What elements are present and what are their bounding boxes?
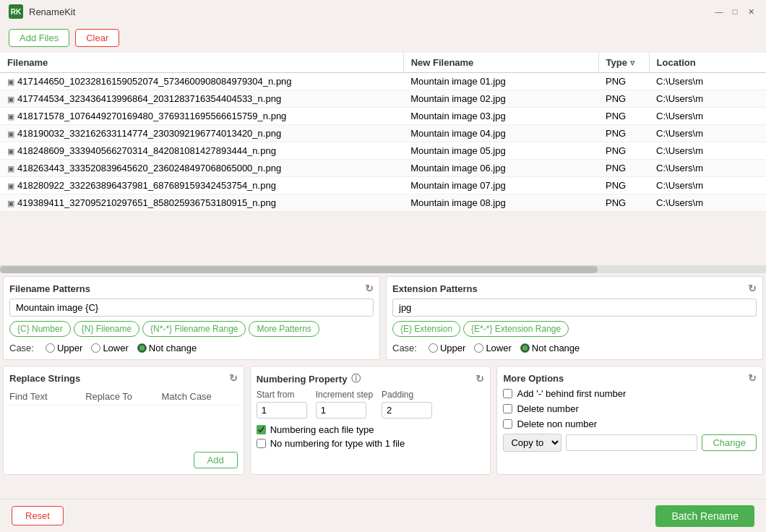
cell-newname: Mountain image 06.jpg bbox=[403, 160, 598, 177]
titlebar-left: RK RenameKit bbox=[9, 4, 75, 19]
more-options-refresh-icon[interactable]: ↻ bbox=[748, 372, 757, 384]
toolbar: Add Files Clear bbox=[0, 23, 766, 53]
extension-case-upper[interactable]: Upper bbox=[429, 343, 465, 353]
delete-number-label: Delete number bbox=[517, 403, 578, 414]
table-row: ▣418263443_333520839645620_2360248497068… bbox=[0, 160, 766, 177]
numbering-refresh-icon[interactable]: ↻ bbox=[475, 373, 484, 385]
increment-input[interactable] bbox=[316, 402, 366, 419]
change-button[interactable]: Change bbox=[702, 434, 757, 451]
copy-select[interactable]: Copy toMove to bbox=[503, 434, 561, 452]
replace-table-header: Find Text Replace To Match Case bbox=[9, 388, 238, 406]
table-row: ▣418171578_1076449270169480_376931169556… bbox=[0, 108, 766, 125]
cell-location: C:\Users\m bbox=[649, 177, 766, 194]
scrollbar-thumb[interactable] bbox=[0, 266, 598, 273]
btn-n-filename[interactable]: {N} Filename bbox=[74, 321, 139, 337]
padding-field: Padding bbox=[382, 390, 432, 419]
table-row: ▣418190032_332162633114774_2303092196774… bbox=[0, 125, 766, 142]
cell-filename: ▣418248609_333940566270314_8420810814278… bbox=[0, 142, 403, 160]
delete-number-checkbox[interactable]: Delete number bbox=[503, 403, 757, 414]
delete-non-number-label: Delete non number bbox=[517, 419, 597, 429]
info-icon[interactable]: ⓘ bbox=[351, 372, 361, 385]
cell-type: PNG bbox=[598, 160, 649, 177]
delete-non-number-checkbox[interactable]: Delete non number bbox=[503, 419, 757, 429]
filename-pattern-input[interactable] bbox=[9, 299, 374, 317]
extension-patterns-title: Extension Patterns bbox=[392, 283, 478, 294]
cell-filename: ▣418263443_333520839645620_2360248497068… bbox=[0, 160, 403, 177]
cell-newname: Mountain image 04.jpg bbox=[403, 125, 598, 142]
cell-type: PNG bbox=[598, 177, 649, 194]
replace-strings-panel: Replace Strings ↻ Find Text Replace To M… bbox=[3, 366, 244, 475]
numbering-each-file-type-checkbox[interactable]: Numbering each file type bbox=[257, 424, 485, 435]
extension-case-lower[interactable]: Lower bbox=[474, 343, 511, 353]
cell-type: PNG bbox=[598, 108, 649, 125]
cell-filename: ▣418171578_1076449270169480_376931169556… bbox=[0, 108, 403, 125]
cell-filename: ▣417744534_323436413996864_2031283716354… bbox=[0, 90, 403, 108]
col-replace-to: Replace To bbox=[85, 391, 161, 402]
start-from-input[interactable] bbox=[257, 402, 307, 419]
horizontal-scrollbar[interactable] bbox=[0, 266, 766, 273]
maximize-button[interactable]: □ bbox=[728, 5, 741, 18]
clear-button[interactable]: Clear bbox=[75, 29, 119, 47]
col-header-filename: Filename bbox=[0, 53, 403, 73]
cell-filename: ▣418190032_332162633114774_2303092196774… bbox=[0, 125, 403, 142]
extension-case-row: Case: Upper Lower Not change bbox=[392, 343, 757, 353]
cell-filename: ▣419389411_327095210297651_8580259367531… bbox=[0, 194, 403, 212]
btn-e-extension[interactable]: {E} Extension bbox=[392, 321, 460, 337]
add-behind-first-checkbox[interactable]: Add '-' behind first number bbox=[503, 388, 757, 399]
close-button[interactable]: ✕ bbox=[744, 5, 757, 18]
cell-newname: Mountain image 05.jpg bbox=[403, 142, 598, 160]
padding-label: Padding bbox=[382, 390, 432, 400]
cell-type: PNG bbox=[598, 90, 649, 108]
extension-case-label: Case: bbox=[392, 343, 417, 353]
filename-pattern-buttons: {C} Number {N} Filename {N*-*} Filename … bbox=[9, 321, 374, 337]
minimize-button[interactable]: — bbox=[713, 5, 726, 18]
add-files-button[interactable]: Add Files bbox=[9, 29, 69, 47]
extension-pattern-input[interactable] bbox=[392, 299, 757, 317]
filename-case-notchange[interactable]: Not change bbox=[137, 343, 197, 353]
cell-newname: Mountain image 02.jpg bbox=[403, 90, 598, 108]
cell-filename: ▣417144650_10232816159052074_57346009080… bbox=[0, 73, 403, 90]
filter-icon[interactable]: ▿ bbox=[630, 58, 634, 68]
extension-refresh-icon[interactable]: ↻ bbox=[748, 283, 757, 294]
extension-case-notchange[interactable]: Not change bbox=[520, 343, 580, 353]
batch-rename-button[interactable]: Batch Rename bbox=[655, 505, 754, 527]
file-table: Filename New Filename Type ▿ Location ▣4… bbox=[0, 53, 766, 212]
replace-refresh-icon[interactable]: ↻ bbox=[229, 372, 238, 384]
cell-type: PNG bbox=[598, 73, 649, 90]
cell-location: C:\Users\m bbox=[649, 160, 766, 177]
app-icon: RK bbox=[9, 4, 23, 19]
no-numbering-checkbox[interactable]: No numbering for type with 1 file bbox=[257, 438, 485, 449]
filename-case-upper[interactable]: Upper bbox=[46, 343, 82, 353]
extension-patterns-panel: Extension Patterns ↻ {E} Extension {E*-*… bbox=[386, 276, 763, 360]
btn-c-number[interactable]: {C} Number bbox=[9, 321, 71, 337]
filename-patterns-panel: Filename Patterns ↻ {C} Number {N} Filen… bbox=[3, 276, 380, 360]
col-header-location: Location bbox=[649, 53, 766, 73]
table-row: ▣418280922_332263896437981_6876891593424… bbox=[0, 177, 766, 194]
copy-path-input[interactable] bbox=[566, 434, 697, 451]
no-numbering-label: No numbering for type with 1 file bbox=[270, 438, 405, 449]
cell-type: PNG bbox=[598, 125, 649, 142]
filename-case-lower[interactable]: Lower bbox=[91, 343, 128, 353]
filename-refresh-icon[interactable]: ↻ bbox=[365, 283, 374, 294]
numbering-title: Numbering Property bbox=[257, 374, 348, 385]
increment-label: Increment step bbox=[316, 390, 373, 400]
cell-location: C:\Users\m bbox=[649, 73, 766, 90]
col-match-case: Match Case bbox=[161, 391, 237, 402]
cell-newname: Mountain image 03.jpg bbox=[403, 108, 598, 125]
padding-input[interactable] bbox=[382, 402, 432, 419]
numbering-property-header: Numbering Property ⓘ ↻ bbox=[257, 372, 485, 385]
numbering-each-label: Numbering each file type bbox=[270, 424, 374, 435]
btn-e-extension-range[interactable]: {E*-*} Extension Range bbox=[463, 321, 569, 337]
cell-location: C:\Users\m bbox=[649, 90, 766, 108]
btn-more-patterns[interactable]: More Patterns bbox=[249, 321, 319, 337]
titlebar: RK RenameKit — □ ✕ bbox=[0, 0, 766, 23]
footer: Reset Batch Rename bbox=[0, 499, 766, 532]
copy-row: Copy toMove to Change bbox=[503, 434, 757, 452]
reset-button[interactable]: Reset bbox=[12, 506, 64, 525]
filename-patterns-title: Filename Patterns bbox=[9, 283, 90, 294]
titlebar-controls: — □ ✕ bbox=[713, 5, 757, 18]
add-button[interactable]: Add bbox=[194, 452, 238, 468]
cell-newname: Mountain image 01.jpg bbox=[403, 73, 598, 90]
btn-n-filename-range[interactable]: {N*-*} Filename Range bbox=[142, 321, 246, 337]
cell-location: C:\Users\m bbox=[649, 108, 766, 125]
